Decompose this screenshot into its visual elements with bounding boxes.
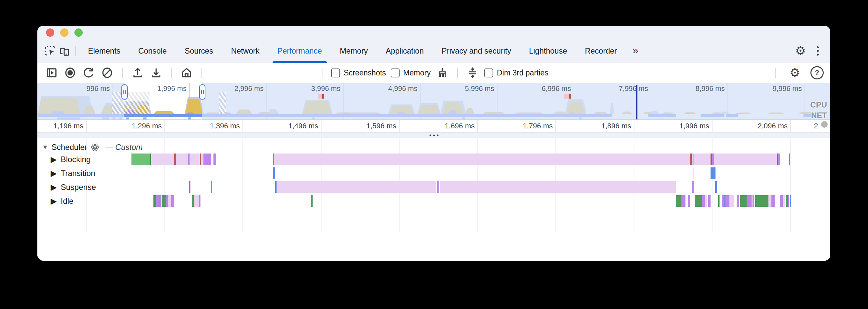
- trace-event[interactable]: [692, 181, 694, 193]
- tab-recorder[interactable]: Recorder: [576, 39, 626, 63]
- trace-event[interactable]: [676, 195, 681, 207]
- close-window-button[interactable]: [46, 28, 54, 37]
- collapse-triangle-icon[interactable]: ▼: [42, 144, 48, 151]
- trace-event[interactable]: [788, 195, 789, 207]
- garbage-collect-icon[interactable]: [435, 66, 449, 80]
- trace-event[interactable]: [769, 195, 771, 207]
- tab-memory[interactable]: Memory: [331, 39, 377, 63]
- scroll-indicator[interactable]: [821, 121, 828, 128]
- help-icon[interactable]: ?: [810, 66, 824, 80]
- memory-checkbox-box[interactable]: [391, 68, 400, 78]
- toggle-device-toolbar-icon[interactable]: [57, 44, 72, 58]
- trace-event[interactable]: [151, 154, 174, 165]
- trace-event[interactable]: [213, 154, 214, 165]
- reload-and-record-icon[interactable]: [82, 66, 96, 80]
- trace-event[interactable]: [712, 154, 714, 165]
- drag-dots-icon[interactable]: [429, 134, 438, 136]
- tab-elements[interactable]: Elements: [79, 39, 129, 63]
- minimize-window-button[interactable]: [60, 28, 68, 37]
- screenshots-checkbox-box[interactable]: [331, 68, 340, 78]
- trace-event[interactable]: [711, 167, 715, 179]
- home-icon[interactable]: [180, 66, 193, 80]
- trace-event[interactable]: [780, 195, 783, 207]
- trace-event[interactable]: [201, 154, 204, 165]
- more-tabs-icon[interactable]: »: [626, 44, 645, 57]
- download-profile-icon[interactable]: [149, 66, 163, 80]
- inspect-element-icon[interactable]: [43, 44, 57, 58]
- trace-event[interactable]: [783, 195, 785, 207]
- trace-event[interactable]: [702, 195, 705, 207]
- row-header-transition[interactable]: ▶Transition: [51, 166, 95, 180]
- tab-sources[interactable]: Sources: [176, 39, 222, 63]
- settings-gear-icon[interactable]: ⚙: [793, 44, 808, 58]
- toggle-sidebar-icon[interactable]: [45, 66, 59, 80]
- trace-event[interactable]: [311, 195, 313, 207]
- row-header-suspense[interactable]: ▶Suspense: [51, 180, 96, 194]
- trace-event[interactable]: [737, 195, 739, 207]
- trace-event[interactable]: [190, 154, 200, 165]
- trace-event[interactable]: [171, 195, 174, 207]
- trace-event[interactable]: [771, 195, 775, 207]
- tab-console[interactable]: Console: [129, 39, 176, 63]
- panel-resize-handle[interactable]: [37, 132, 830, 138]
- capture-settings-gear-icon[interactable]: ⚙: [788, 66, 802, 80]
- expand-triangle-icon[interactable]: ▶: [51, 169, 57, 178]
- row-header-blocking[interactable]: ▶Blocking: [51, 153, 91, 166]
- trace-event[interactable]: [705, 195, 707, 207]
- trace-event[interactable]: [693, 167, 694, 179]
- zoom-window-button[interactable]: [74, 28, 83, 37]
- trace-event[interactable]: [725, 195, 730, 207]
- trace-event[interactable]: [722, 195, 724, 207]
- right-selection-handle[interactable]: [199, 84, 206, 100]
- expand-triangle-icon[interactable]: ▶: [51, 183, 57, 192]
- dim-3rd-parties-checkbox[interactable]: Dim 3rd parties: [484, 68, 549, 78]
- trace-event[interactable]: [778, 154, 780, 165]
- dim-3rd-parties-checkbox-box[interactable]: [484, 68, 493, 78]
- expand-triangle-icon[interactable]: ▶: [51, 196, 57, 206]
- trace-event[interactable]: [752, 195, 754, 207]
- tab-network[interactable]: Network: [222, 39, 268, 63]
- screenshots-checkbox[interactable]: Screenshots: [331, 68, 386, 78]
- trace-event[interactable]: [685, 195, 686, 207]
- trace-event[interactable]: [786, 195, 788, 207]
- trace-event[interactable]: [274, 154, 780, 165]
- track-header-scheduler[interactable]: ▼ Scheduler — Custom: [37, 143, 143, 152]
- trace-event[interactable]: [708, 195, 711, 207]
- tab-privacy-and-security[interactable]: Privacy and security: [433, 39, 520, 63]
- tab-lighthouse[interactable]: Lighthouse: [520, 39, 576, 63]
- timeline-overview[interactable]: 996 ms1,996 ms2,996 ms3,996 ms4,996 ms5,…: [37, 83, 830, 120]
- trace-event[interactable]: [690, 154, 692, 165]
- trace-event[interactable]: [695, 195, 702, 207]
- trace-event[interactable]: [688, 195, 690, 207]
- trace-event[interactable]: [730, 195, 734, 207]
- trace-event[interactable]: [740, 195, 747, 207]
- record-icon[interactable]: [63, 66, 77, 80]
- trace-event[interactable]: [214, 154, 216, 165]
- clear-recording-icon[interactable]: [100, 66, 114, 80]
- trace-event[interactable]: [190, 181, 191, 193]
- trace-event[interactable]: [790, 195, 791, 207]
- trace-event[interactable]: [747, 195, 751, 207]
- trace-event[interactable]: [194, 195, 199, 207]
- trace-event[interactable]: [132, 154, 150, 165]
- expand-triangle-icon[interactable]: ▶: [51, 155, 57, 164]
- trace-event[interactable]: [789, 154, 790, 165]
- trace-event[interactable]: [204, 154, 211, 165]
- row-header-idle[interactable]: ▶Idle: [51, 194, 73, 208]
- trace-event[interactable]: [160, 195, 161, 207]
- trace-event[interactable]: [176, 154, 188, 165]
- trace-event[interactable]: [719, 195, 720, 207]
- trace-event[interactable]: [199, 195, 200, 207]
- trace-event[interactable]: [211, 181, 212, 193]
- trace-event[interactable]: [693, 154, 694, 165]
- trace-event[interactable]: [273, 167, 275, 179]
- trace-event[interactable]: [755, 195, 769, 207]
- tab-performance[interactable]: Performance: [269, 39, 331, 63]
- trace-event[interactable]: [277, 181, 436, 193]
- trace-event[interactable]: [168, 195, 171, 207]
- trace-event[interactable]: [440, 181, 676, 193]
- tab-application[interactable]: Application: [377, 39, 433, 63]
- trace-event[interactable]: [681, 195, 685, 207]
- kebab-menu-icon[interactable]: [810, 44, 825, 58]
- trace-event[interactable]: [715, 181, 717, 193]
